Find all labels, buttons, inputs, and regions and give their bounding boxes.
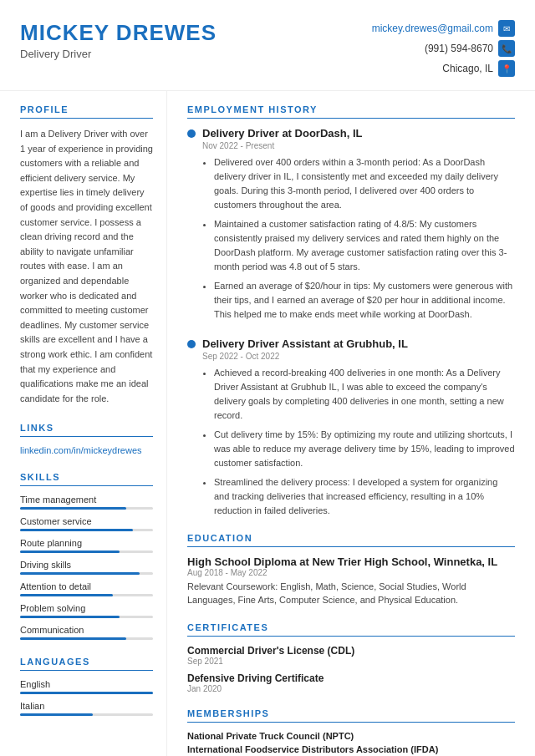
location-text: Chicago, IL — [442, 63, 493, 74]
location-contact: Chicago, IL 📍 — [442, 60, 515, 77]
skill-item: Communication — [20, 625, 153, 640]
skills-list: Time management Customer service Route p… — [20, 495, 153, 640]
skill-bar-fill — [20, 529, 133, 531]
job-bullet: Earned an average of $20/hour in tips: M… — [214, 279, 515, 322]
header-name-section: MICKEY DREWES Delivery Driver — [20, 20, 217, 60]
skill-bar-bg — [20, 507, 153, 510]
phone-icon: 📞 — [498, 40, 515, 57]
skill-item: Problem solving — [20, 603, 153, 618]
profile-text: I am a Delivery Driver with over 1 year … — [20, 127, 153, 406]
resume-body: PROFILE I am a Delivery Driver with over… — [0, 91, 535, 756]
candidate-title: Delivery Driver — [20, 48, 217, 60]
skill-label: Attention to detail — [20, 581, 153, 591]
resume-header: MICKEY DREWES Delivery Driver mickey.dre… — [0, 0, 535, 91]
skill-bar-bg — [20, 529, 153, 531]
skill-bar-fill — [20, 616, 120, 618]
skill-bar-bg — [20, 572, 153, 575]
language-label: English — [20, 679, 153, 689]
job-header: Delivery Driver Assistant at Grubhub, IL — [187, 337, 515, 350]
skill-bar-bg — [20, 616, 153, 618]
employment-section: EMPLOYMENT HISTORY Delivery Driver at Do… — [187, 104, 515, 518]
job-bullet: Delivered over 400 orders within a 3-mon… — [214, 155, 515, 212]
skill-label: Driving skills — [20, 560, 153, 570]
job-bullets: Achieved a record-breaking 400 deliverie… — [202, 366, 515, 518]
main-content: EMPLOYMENT HISTORY Delivery Driver at Do… — [167, 91, 535, 756]
job-block: Delivery Driver at DoorDash, IL Nov 2022… — [187, 127, 515, 322]
language-bar-fill — [20, 692, 153, 694]
email-icon: ✉ — [498, 20, 515, 37]
skill-item: Route planning — [20, 538, 153, 553]
edu-title: High School Diploma at New Trier High Sc… — [187, 556, 515, 568]
linkedin-link[interactable]: linkedin.com/in/mickeydrewes — [20, 445, 153, 455]
links-title: LINKS — [20, 423, 153, 437]
cert-date: Jan 2020 — [187, 684, 515, 693]
memberships-title: MEMBERSHIPS — [187, 708, 515, 723]
languages-section: LANGUAGES English Italian — [20, 657, 153, 716]
skill-bar-bg — [20, 637, 153, 640]
cert-title: Commercial Driver's License (CDL) — [187, 645, 515, 657]
job-title: Delivery Driver Assistant at Grubhub, IL — [202, 337, 408, 350]
location-icon: 📍 — [498, 60, 515, 77]
certificates-list: Commercial Driver's License (CDL) Sep 20… — [187, 645, 515, 693]
header-contact-section: mickey.drewes@gmail.com ✉ (991) 594-8670… — [372, 20, 515, 77]
skill-label: Route planning — [20, 538, 153, 548]
memberships-section: MEMBERSHIPS National Private Truck Counc… — [187, 708, 515, 754]
skill-bar-bg — [20, 551, 153, 553]
job-bullet: Maintained a customer satisfaction ratin… — [214, 217, 515, 274]
job-dot — [187, 340, 196, 348]
phone-contact: (991) 594-8670 📞 — [425, 40, 515, 57]
skill-bar-fill — [20, 507, 126, 510]
education-block: High School Diploma at New Trier High Sc… — [187, 556, 515, 607]
edu-text: Relevant Coursework: English, Math, Scie… — [187, 580, 515, 607]
skill-bar-fill — [20, 594, 113, 596]
languages-title: LANGUAGES — [20, 657, 153, 671]
links-section: LINKS linkedin.com/in/mickeydrewes — [20, 423, 153, 455]
education-section: EDUCATION High School Diploma at New Tri… — [187, 533, 515, 607]
language-bar-bg — [20, 713, 153, 716]
memberships-list: National Private Truck Council (NPTC)Int… — [187, 731, 515, 754]
job-block: Delivery Driver Assistant at Grubhub, IL… — [187, 337, 515, 518]
email-contact: mickey.drewes@gmail.com ✉ — [372, 20, 515, 37]
skill-label: Customer service — [20, 516, 153, 526]
languages-list: English Italian — [20, 679, 153, 716]
membership-item: International Foodservice Distributors A… — [187, 744, 515, 754]
job-header: Delivery Driver at DoorDash, IL — [187, 127, 515, 140]
candidate-name: MICKEY DREWES — [20, 20, 217, 46]
job-dates: Sep 2022 - Oct 2022 — [202, 352, 515, 361]
skill-label: Time management — [20, 495, 153, 505]
job-bullet: Achieved a record-breaking 400 deliverie… — [214, 366, 515, 423]
cert-title: Defensive Driving Certificate — [187, 672, 515, 684]
education-list: High School Diploma at New Trier High Sc… — [187, 556, 515, 607]
certificates-title: CERTIFICATES — [187, 622, 515, 637]
skill-label: Communication — [20, 625, 153, 635]
job-dates: Nov 2022 - Present — [202, 141, 515, 150]
skill-item: Customer service — [20, 516, 153, 531]
language-item: Italian — [20, 701, 153, 716]
membership-item: National Private Truck Council (NPTC) — [187, 731, 515, 741]
profile-section: PROFILE I am a Delivery Driver with over… — [20, 104, 153, 406]
language-item: English — [20, 679, 153, 694]
phone-text: (991) 594-8670 — [425, 43, 493, 54]
edu-dates: Aug 2018 - May 2022 — [187, 568, 515, 577]
skill-bar-fill — [20, 572, 140, 575]
email-link[interactable]: mickey.drewes@gmail.com — [372, 23, 493, 34]
skill-label: Problem solving — [20, 603, 153, 613]
sidebar: PROFILE I am a Delivery Driver with over… — [0, 91, 167, 756]
employment-title: EMPLOYMENT HISTORY — [187, 104, 515, 119]
language-bar-bg — [20, 692, 153, 694]
certificate-block: Commercial Driver's License (CDL) Sep 20… — [187, 645, 515, 666]
job-dot — [187, 129, 196, 138]
skills-title: SKILLS — [20, 472, 153, 486]
education-title: EDUCATION — [187, 533, 515, 547]
job-title: Delivery Driver at DoorDash, IL — [202, 127, 362, 140]
skill-bar-fill — [20, 637, 126, 640]
certificates-section: CERTIFICATES Commercial Driver's License… — [187, 622, 515, 693]
job-bullet: Cut delivery time by 15%: By optimizing … — [214, 428, 515, 470]
profile-title: PROFILE — [20, 104, 153, 119]
skills-section: SKILLS Time management Customer service … — [20, 472, 153, 640]
job-bullet: Streamlined the delivery process: I deve… — [214, 475, 515, 518]
language-label: Italian — [20, 701, 153, 711]
skill-bar-fill — [20, 551, 120, 553]
jobs-list: Delivery Driver at DoorDash, IL Nov 2022… — [187, 127, 515, 518]
language-bar-fill — [20, 713, 93, 716]
